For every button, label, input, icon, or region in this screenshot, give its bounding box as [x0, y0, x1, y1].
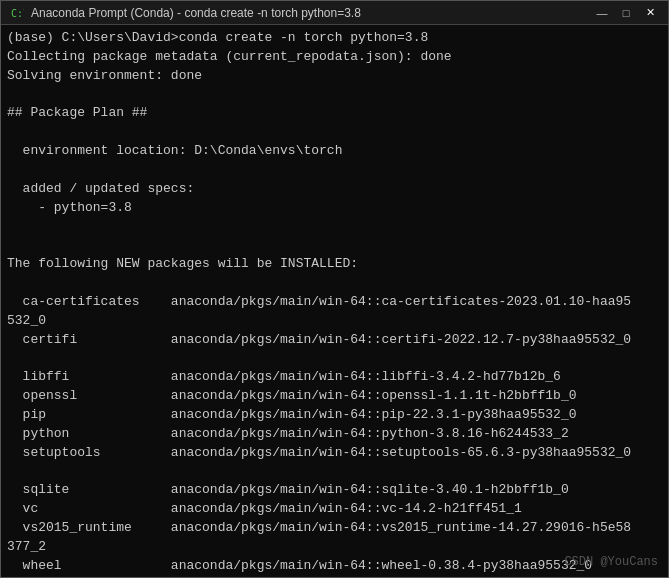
terminal-line: [7, 236, 662, 255]
terminal-line: certifi anaconda/pkgs/main/win-64::certi…: [7, 331, 662, 350]
terminal-line: [7, 274, 662, 293]
terminal-line: Collecting package metadata (current_rep…: [7, 48, 662, 67]
terminal-line: libffi anaconda/pkgs/main/win-64::libffi…: [7, 368, 662, 387]
maximize-button[interactable]: □: [616, 5, 636, 21]
terminal-line: openssl anaconda/pkgs/main/win-64::opens…: [7, 387, 662, 406]
terminal-line: The following NEW packages will be INSTA…: [7, 255, 662, 274]
terminal-window: C:\ Anaconda Prompt (Conda) - conda crea…: [0, 0, 669, 578]
terminal-line: environment location: D:\Conda\envs\torc…: [7, 142, 662, 161]
svg-text:C:\: C:\: [11, 8, 24, 19]
terminal-line: (base) C:\Users\David>conda create -n to…: [7, 29, 662, 48]
terminal-output: (base) C:\Users\David>conda create -n to…: [7, 29, 662, 577]
terminal-line: [7, 349, 662, 368]
terminal-icon: C:\: [9, 5, 25, 21]
window-controls: — □ ✕: [592, 5, 660, 21]
window-title: Anaconda Prompt (Conda) - conda create -…: [31, 6, 361, 20]
terminal-line: vs2015_runtime anaconda/pkgs/main/win-64…: [7, 519, 662, 538]
terminal-body[interactable]: (base) C:\Users\David>conda create -n to…: [1, 25, 668, 577]
terminal-line: Solving environment: done: [7, 67, 662, 86]
terminal-line: vc anaconda/pkgs/main/win-64::vc-14.2-h2…: [7, 500, 662, 519]
terminal-line: [7, 462, 662, 481]
terminal-line: setuptools anaconda/pkgs/main/win-64::se…: [7, 444, 662, 463]
watermark: CSDN @YouCans: [564, 554, 658, 571]
terminal-line: python anaconda/pkgs/main/win-64::python…: [7, 425, 662, 444]
terminal-line: pip anaconda/pkgs/main/win-64::pip-22.3.…: [7, 406, 662, 425]
title-bar: C:\ Anaconda Prompt (Conda) - conda crea…: [1, 1, 668, 25]
terminal-line: added / updated specs:: [7, 180, 662, 199]
terminal-line: [7, 86, 662, 105]
terminal-line: sqlite anaconda/pkgs/main/win-64::sqlite…: [7, 481, 662, 500]
terminal-line: [7, 123, 662, 142]
terminal-line: ca-certificates anaconda/pkgs/main/win-6…: [7, 293, 662, 312]
terminal-line: 532_0: [7, 312, 662, 331]
minimize-button[interactable]: —: [592, 5, 612, 21]
title-bar-left: C:\ Anaconda Prompt (Conda) - conda crea…: [9, 5, 361, 21]
terminal-line: [7, 161, 662, 180]
terminal-line: [7, 217, 662, 236]
terminal-line: ## Package Plan ##: [7, 104, 662, 123]
close-button[interactable]: ✕: [640, 5, 660, 21]
terminal-line: - python=3.8: [7, 199, 662, 218]
terminal-line: wincertstore anaconda/pkgs/main/win-64::…: [7, 575, 662, 577]
